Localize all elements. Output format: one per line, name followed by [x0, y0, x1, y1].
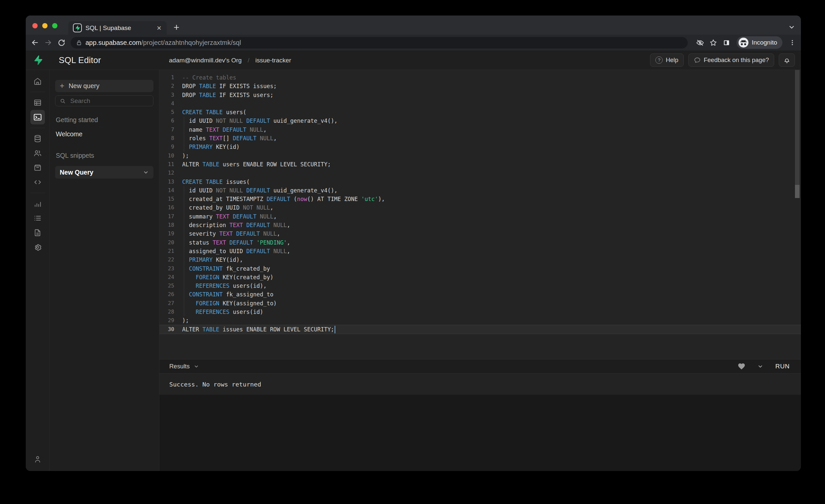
- code-line-21[interactable]: 21 assigned_to UUID DEFAULT NULL,: [159, 247, 801, 256]
- code-line-25[interactable]: 25 REFERENCES users(id),: [159, 282, 801, 290]
- code-line-9[interactable]: 9 PRIMARY KEY(id): [159, 143, 801, 151]
- sidebar-item-new-query[interactable]: New Query: [55, 166, 153, 178]
- code-line-20[interactable]: 20 status TEXT DEFAULT 'PENDING',: [159, 238, 801, 247]
- line-number: 10: [159, 151, 174, 160]
- line-number: 7: [159, 126, 174, 134]
- traffic-lights: [32, 23, 57, 28]
- line-number: 16: [159, 203, 174, 212]
- sidebar-item-welcome[interactable]: Welcome: [56, 130, 153, 138]
- home-icon[interactable]: [30, 74, 45, 88]
- close-window-button[interactable]: [32, 23, 38, 28]
- code-line-26[interactable]: 26 CONSTRAINT fk_assigned_to: [159, 290, 801, 299]
- code-line-6[interactable]: 6 id UUID NOT NULL DEFAULT uuid_generate…: [159, 117, 801, 125]
- storage-icon[interactable]: [30, 160, 45, 175]
- incognito-label: Incognito: [752, 39, 777, 46]
- code-line-10[interactable]: 10);: [159, 151, 801, 160]
- code-line-7[interactable]: 7 name TEXT DEFAULT NULL,: [159, 126, 801, 134]
- database-icon[interactable]: [30, 131, 45, 146]
- new-query-button[interactable]: + New query: [55, 80, 153, 92]
- code-line-8[interactable]: 8 roles TEXT[] DEFAULT NULL,: [159, 134, 801, 143]
- editor-column: 1-- Create tables2DROP TABLE IF EXISTS i…: [159, 70, 801, 471]
- code-line-2[interactable]: 2DROP TABLE IF EXISTS issues;: [159, 82, 801, 90]
- kebab-menu-icon[interactable]: [786, 36, 799, 49]
- account-icon[interactable]: [30, 452, 45, 466]
- back-icon[interactable]: [28, 36, 42, 49]
- line-number: 1: [159, 73, 174, 82]
- chevron-down-icon[interactable]: [143, 169, 149, 175]
- auth-users-icon[interactable]: [30, 146, 45, 160]
- code-line-17[interactable]: 17 summary TEXT DEFAULT NULL,: [159, 212, 801, 221]
- rail-divider: [30, 128, 45, 128]
- line-number: 3: [159, 91, 174, 99]
- code-line-16[interactable]: 16 created_by UUID NOT NULL,: [159, 203, 801, 212]
- sql-code-editor[interactable]: 1-- Create tables2DROP TABLE IF EXISTS i…: [159, 70, 801, 359]
- settings-icon[interactable]: [30, 240, 45, 255]
- help-button[interactable]: ? Help: [650, 54, 683, 67]
- docs-icon[interactable]: [30, 225, 45, 240]
- supabase-logo[interactable]: [26, 55, 50, 65]
- line-number: 20: [159, 238, 174, 247]
- code-line-27[interactable]: 27 FOREIGN KEY(assigned_to): [159, 299, 801, 308]
- chevron-down-icon: [194, 364, 199, 369]
- code-line-30[interactable]: 30ALTER TABLE issues ENABLE ROW LEVEL SE…: [159, 325, 801, 334]
- tab-search-chevron-icon[interactable]: [788, 23, 795, 31]
- code-line-18[interactable]: 18 description TEXT DEFAULT NULL,: [159, 221, 801, 229]
- line-number: 23: [159, 264, 174, 273]
- reload-icon[interactable]: [55, 36, 68, 49]
- code-line-29[interactable]: 29);: [159, 316, 801, 325]
- notifications-button[interactable]: [779, 54, 795, 67]
- profile-badge[interactable]: Incognito: [737, 36, 782, 49]
- results-dropdown[interactable]: Results: [169, 363, 199, 370]
- line-number: 28: [159, 308, 174, 316]
- breadcrumb-org[interactable]: adam@windmill.dev's Org: [169, 57, 241, 64]
- line-number: 9: [159, 143, 174, 151]
- code-line-23[interactable]: 23 CONSTRAINT fk_created_by: [159, 264, 801, 273]
- code-line-24[interactable]: 24 FOREIGN KEY(created_by): [159, 273, 801, 282]
- edge-functions-icon[interactable]: [30, 175, 45, 190]
- line-number: 13: [159, 177, 174, 186]
- new-tab-icon[interactable]: +: [173, 22, 179, 32]
- code-line-15[interactable]: 15 created_at TIMESTAMPTZ DEFAULT (now()…: [159, 195, 801, 203]
- logs-icon[interactable]: [30, 211, 45, 225]
- favorite-heart-icon[interactable]: [738, 362, 745, 370]
- code-line-19[interactable]: 19 severity TEXT DEFAULT NULL,: [159, 229, 801, 238]
- breadcrumb-project[interactable]: issue-tracker: [255, 57, 291, 64]
- eye-off-icon[interactable]: [694, 36, 707, 49]
- search-box[interactable]: [55, 95, 153, 106]
- code-line-14[interactable]: 14 id UUID NOT NULL DEFAULT uuid_generat…: [159, 186, 801, 195]
- star-icon[interactable]: [707, 36, 720, 49]
- code-line-28[interactable]: 28 REFERENCES users(id): [159, 308, 801, 316]
- forward-icon[interactable]: [42, 36, 55, 49]
- code-line-1[interactable]: 1-- Create tables: [159, 73, 801, 82]
- code-line-12[interactable]: 12: [159, 169, 801, 177]
- browser-tab[interactable]: SQL | Supabase ×: [68, 21, 167, 34]
- table-editor-icon[interactable]: [30, 95, 45, 110]
- line-number: 5: [159, 108, 174, 117]
- code-line-5[interactable]: 5CREATE TABLE users(: [159, 108, 801, 117]
- line-number: 12: [159, 169, 174, 177]
- search-input[interactable]: [70, 97, 149, 105]
- results-message: Success. No rows returned: [169, 381, 261, 388]
- minimize-window-button[interactable]: [42, 23, 48, 28]
- results-message-band: Success. No rows returned: [159, 374, 801, 395]
- code-line-4[interactable]: 4: [159, 99, 801, 108]
- close-tab-icon[interactable]: ×: [156, 24, 162, 32]
- help-icon: ?: [655, 57, 663, 64]
- code-line-22[interactable]: 22 PRIMARY KEY(id),: [159, 256, 801, 264]
- code-line-3[interactable]: 3DROP TABLE IF EXISTS users;: [159, 91, 801, 99]
- zoom-window-button[interactable]: [52, 23, 57, 28]
- browser-toolbar: app.supabase.com/project/azahtnhqohyjerz…: [26, 34, 801, 51]
- reports-icon[interactable]: [30, 196, 45, 211]
- supabase-app: SQL Editor adam@windmill.dev's Org / iss…: [26, 51, 801, 471]
- code-line-13[interactable]: 13CREATE TABLE issues(: [159, 177, 801, 186]
- breadcrumb-separator: /: [247, 57, 249, 64]
- side-panel-icon[interactable]: [720, 36, 733, 49]
- plus-icon: +: [60, 82, 64, 90]
- sql-editor-icon[interactable]: [30, 110, 45, 125]
- results-empty-area: [159, 395, 801, 471]
- url-bar[interactable]: app.supabase.com/project/azahtnhqohyjerz…: [71, 37, 688, 49]
- run-button[interactable]: RUN: [775, 363, 790, 370]
- run-options-chevron-icon[interactable]: [757, 363, 763, 369]
- code-line-11[interactable]: 11ALTER TABLE users ENABLE ROW LEVEL SEC…: [159, 160, 801, 169]
- feedback-button[interactable]: Feedback on this page?: [688, 54, 774, 67]
